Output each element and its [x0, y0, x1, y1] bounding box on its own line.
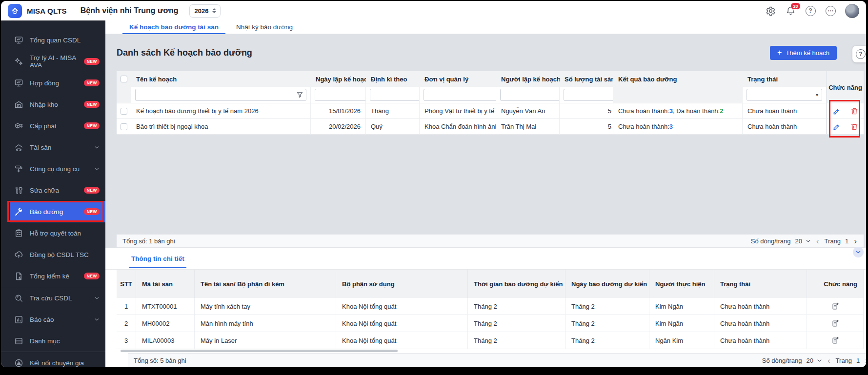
dropdown-arrow-icon: ▾	[816, 92, 818, 98]
user-avatar[interactable]	[845, 4, 859, 18]
help-icon[interactable]: ?	[805, 5, 816, 16]
add-log-icon[interactable]	[830, 318, 840, 328]
next-page-icon[interactable]: ›	[853, 237, 858, 245]
tab-thong-tin-chi-tiet[interactable]: Thông tin chi tiết	[129, 249, 186, 268]
settings-gear-icon[interactable]	[765, 5, 776, 16]
filter-nguoi-lap	[496, 87, 560, 103]
sidebar-item-sua-chua[interactable]: Sửa chữa NEW	[1, 179, 105, 201]
help-floating-button[interactable]: ?	[852, 46, 866, 62]
cell-status: Chưa hoàn thành	[714, 332, 807, 349]
more-options-icon[interactable]: ⋯	[825, 5, 836, 16]
prev-page-icon[interactable]: ‹	[827, 356, 831, 365]
filter-input-count[interactable]	[567, 92, 613, 99]
misa-logo-icon	[8, 4, 22, 18]
sidebar-item-tro-ly-ai[interactable]: Trợ lý AI - MISA AVA NEW	[1, 51, 105, 72]
detail-table-footer: Tổng số: 5 bản ghi Số dòng/trang 20 ‹ Tr…	[128, 353, 866, 367]
new-badge: NEW	[84, 79, 100, 86]
col-header-don-vi: Đơn vị quản lý	[420, 71, 496, 87]
delete-icon[interactable]	[849, 106, 859, 116]
sidebar-item-tong-kiem-ke[interactable]: Tổng kiểm kê NEW	[1, 265, 105, 287]
delete-icon[interactable]	[849, 122, 859, 132]
filter-input-date[interactable]	[318, 92, 366, 99]
select-all-checkbox[interactable]	[121, 76, 127, 82]
year-selector[interactable]: 2026	[189, 4, 221, 18]
add-log-icon[interactable]	[830, 336, 840, 345]
rows-per-page-label: Số dòng/trang	[762, 357, 802, 364]
cell-expected-time: Tháng 2	[468, 298, 565, 315]
edit-icon[interactable]	[832, 122, 842, 132]
pagination: Số dòng/trang 20 ‹ Trang 1 ›	[762, 356, 866, 365]
sidebar-item-nhap-kho[interactable]: Nhập kho NEW	[1, 94, 105, 115]
cell-plan-unit: Phòng Vật tư thiết bị y tế	[420, 103, 496, 119]
row-checkbox[interactable]	[121, 123, 127, 130]
year-spinner-icon[interactable]	[212, 8, 216, 13]
clipboard-check-icon	[14, 228, 23, 238]
cell-asset-name: Màn hình máy tính	[195, 315, 336, 332]
sidebar-item-tong-quan-csdl[interactable]: Tổng quan CSDL	[1, 29, 105, 51]
add-log-icon[interactable]	[830, 301, 840, 311]
cell-plan-name[interactable]: Kế hoạch bảo dưỡng thiết bị y tế năm 202…	[131, 103, 311, 119]
horizontal-scrollbar[interactable]	[121, 350, 398, 352]
filter-ten-ke-hoach	[131, 87, 311, 103]
sidebar-item-ho-tro-quyet-toan[interactable]: Hỗ trợ quyết toán	[1, 222, 105, 244]
page-number: 1	[845, 237, 848, 245]
tab-ke-hoach-bao-duong-tai-san[interactable]: Kế hoạch bảo dưỡng tài sản	[122, 20, 225, 34]
cell-actions	[807, 298, 864, 315]
col-header-stt: STT	[117, 270, 136, 298]
cell-plan-name[interactable]: Bảo trì thiết bị ngoại khoa	[131, 119, 311, 135]
cloud-sync-icon	[14, 250, 23, 259]
sidebar-item-cap-phat[interactable]: Cấp phát NEW	[1, 115, 105, 137]
sidebar-item-bao-duong[interactable]: Bảo dưỡng NEW	[1, 201, 105, 222]
sidebar-item-tra-cuu-csdl[interactable]: Tra cứu CSDL	[1, 287, 105, 309]
year-value: 2026	[195, 7, 209, 15]
collapse-detail-button[interactable]	[853, 247, 864, 257]
total-records-label: Tổng số: 1 bản ghi	[122, 237, 175, 245]
filter-don-vi	[420, 87, 496, 103]
sidebar-item-tai-san[interactable]: Tài sản	[1, 137, 105, 158]
col-header-chuc-nang: Chức năng	[807, 270, 864, 298]
cell-plan-date: 15/01/2026	[311, 103, 366, 119]
new-badge: NEW	[84, 58, 100, 65]
filter-input-creator[interactable]	[504, 92, 560, 99]
cell-plan-status: Chưa hoàn thành	[743, 119, 827, 135]
col-header-thoi-gian: Thời gian bảo dưỡng dự kiến	[468, 270, 565, 298]
cell-actions	[807, 315, 864, 332]
sidebar-item-dong-bo-csdl-tsc[interactable]: Đồng bộ CSDL TSC	[1, 244, 105, 265]
filter-input-period[interactable]	[373, 92, 420, 99]
cell-person: Kim Ngần	[649, 315, 714, 332]
cell-asset-code: MTXT00001	[136, 298, 195, 315]
sidebar-item-danh-muc[interactable]: Danh mục	[1, 330, 105, 352]
page-title: Danh sách Kế hoạch bảo dưỡng	[117, 48, 252, 58]
status-filter-dropdown[interactable]: ▾	[747, 89, 822, 101]
total-records-label: Tổng số: 5 bản ghi	[134, 357, 186, 364]
chevron-down-icon	[94, 166, 100, 172]
sidebar-item-bao-cao[interactable]: Báo cáo	[1, 309, 105, 330]
next-page-icon[interactable]: ›	[864, 356, 866, 365]
sidebar: Tổng quan CSDL Trợ lý AI - MISA AVA NEW …	[1, 20, 105, 367]
new-badge: NEW	[84, 273, 100, 279]
cell-asset-name: Máy in Laser	[195, 332, 336, 349]
add-plan-button[interactable]: + Thêm kế hoạch	[770, 46, 837, 60]
chevron-down-icon	[94, 145, 100, 150]
chevron-down-icon	[94, 296, 100, 301]
cell-actions	[807, 332, 864, 349]
rows-per-page-dropdown[interactable]: 20	[806, 357, 822, 364]
cell-asset-code: MH00002	[136, 315, 195, 332]
sidebar-item-ket-noi-chuyen-gia[interactable]: Kết nối chuyên gia	[1, 352, 105, 367]
filter-input-name[interactable]	[139, 92, 294, 99]
col-header-ngay-lap: Ngày lập kế hoạch	[311, 71, 366, 87]
filter-so-luong	[560, 87, 613, 103]
cell-expected-time: Tháng 2	[468, 315, 565, 332]
filter-input-unit[interactable]	[427, 92, 496, 99]
rows-per-page-dropdown[interactable]: 20	[795, 237, 810, 245]
prev-page-icon[interactable]: ‹	[815, 237, 820, 245]
sidebar-item-hop-dong[interactable]: Hợp đồng NEW	[1, 72, 105, 94]
cell-stt: 3	[117, 332, 136, 349]
chevron-down-icon	[806, 238, 811, 244]
cell-plan-period: Quý	[366, 119, 420, 135]
notifications-bell-icon[interactable]: 20	[785, 5, 796, 16]
row-checkbox[interactable]	[121, 108, 127, 115]
tab-nhat-ky-bao-duong[interactable]: Nhật ký bảo dưỡng	[229, 20, 300, 34]
edit-icon[interactable]	[832, 106, 842, 116]
sidebar-item-cong-cu-dung-cu[interactable]: Công cụ dụng cụ	[1, 158, 105, 179]
